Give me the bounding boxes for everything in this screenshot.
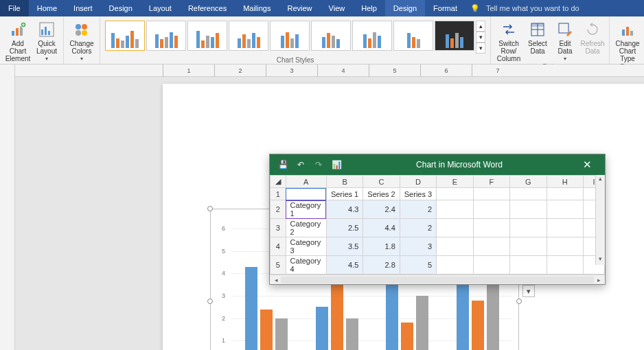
group-type: Change Chart Type Type — [610, 16, 644, 64]
chart-bar[interactable] — [416, 296, 428, 350]
close-button[interactable]: ✕ — [573, 159, 601, 171]
resize-handle[interactable] — [516, 299, 522, 304]
chevron-right-icon[interactable]: ▸ — [594, 277, 603, 283]
group-chart-layouts: Add Chart Element ▾ Quick Layout ▾ Chart… — [0, 16, 64, 64]
chart-style-thumb[interactable] — [435, 21, 474, 51]
refresh-data-button[interactable]: Refresh Data — [579, 19, 606, 62]
edit-data-icon — [555, 20, 575, 39]
menu-chart-design[interactable]: Design — [385, 0, 425, 16]
col-header[interactable]: E — [437, 176, 473, 188]
add-chart-element-label: Add Chart Element — [3, 40, 33, 62]
chart-icon[interactable]: 📊 — [327, 160, 345, 170]
excel-sheet[interactable]: ◢ A B C D E F G H I 1 — [270, 175, 605, 275]
quick-layout-button[interactable]: Quick Layout ▾ — [33, 19, 60, 69]
menu-references[interactable]: References — [180, 0, 235, 16]
menu-view[interactable]: View — [321, 0, 354, 16]
menu-layout[interactable]: Layout — [141, 0, 180, 16]
resize-handle[interactable] — [207, 299, 213, 304]
change-chart-type-icon — [617, 20, 638, 39]
excel-hscrollbar[interactable]: ◂ ▸ — [270, 275, 605, 284]
chart-bar[interactable] — [346, 318, 358, 350]
chart-style-thumb[interactable] — [270, 21, 310, 51]
group-data: Switch Row/ Column Select Data Edit Data… — [491, 16, 610, 64]
menu-mailings[interactable]: Mailings — [235, 0, 279, 16]
chart-bar[interactable] — [401, 323, 413, 350]
select-data-icon — [527, 20, 548, 39]
add-chart-element-icon — [8, 20, 28, 39]
chart-style-thumb[interactable] — [187, 21, 227, 51]
add-chart-element-button[interactable]: Add Chart Element ▾ — [3, 19, 33, 69]
funnel-icon: ▾ — [527, 287, 531, 296]
chart-style-thumb[interactable] — [352, 21, 392, 51]
chart-bar[interactable] — [275, 318, 288, 350]
cell[interactable]: 2.4 — [363, 200, 400, 219]
select-all-cell[interactable]: ◢ — [271, 176, 286, 188]
cell[interactable]: Series 3 — [400, 188, 436, 200]
excel-window-title: Chart in Microsoft Word — [345, 160, 573, 170]
col-header[interactable]: G — [510, 176, 547, 188]
chart-style-thumb[interactable] — [229, 21, 268, 51]
excel-vscrollbar[interactable]: ▴▾ — [595, 175, 605, 265]
col-header[interactable]: D — [400, 176, 436, 188]
cell[interactable]: 2 — [400, 200, 436, 219]
cell[interactable]: 4.3 — [326, 200, 363, 219]
menu-help[interactable]: Help — [353, 0, 385, 16]
svg-rect-21 — [630, 31, 633, 36]
menubar: File Home Insert Design Layout Reference… — [0, 0, 644, 16]
chevron-down-icon: ▾ — [599, 255, 602, 265]
menu-home[interactable]: Home — [29, 0, 65, 16]
chart-filter-button[interactable]: ▾ — [522, 285, 535, 297]
chevron-down-icon: ▾ — [476, 32, 485, 43]
chevron-left-icon[interactable]: ◂ — [271, 277, 281, 283]
undo-icon[interactable]: ↶ — [292, 160, 310, 170]
chevron-up-icon: ▴ — [599, 175, 602, 185]
excel-titlebar[interactable]: 💾 ↶ ↷ 📊 Chart in Microsoft Word ✕ — [270, 154, 605, 175]
select-data-button[interactable]: Select Data — [524, 19, 551, 62]
chart-bar[interactable] — [316, 307, 328, 350]
menu-design[interactable]: Design — [101, 0, 141, 16]
change-chart-type-button[interactable]: Change Chart Type — [612, 19, 643, 62]
svg-rect-8 — [45, 27, 47, 35]
svg-point-13 — [82, 30, 87, 36]
svg-point-10 — [76, 24, 81, 30]
change-colors-button[interactable]: Change Colors ▾ — [67, 19, 97, 62]
menu-insert[interactable]: Insert — [65, 0, 101, 16]
chevron-down-icon: ▾ — [80, 56, 83, 62]
col-header[interactable]: C — [363, 176, 400, 188]
col-header[interactable]: A — [286, 176, 326, 188]
group-chart-styles: ▴▾▾ Chart Styles — [100, 16, 491, 64]
svg-rect-18 — [559, 23, 568, 33]
chart-data-window[interactable]: 💾 ↶ ↷ 📊 Chart in Microsoft Word ✕ ◢ A B … — [269, 154, 606, 285]
menu-chart-format[interactable]: Format — [425, 0, 465, 16]
gallery-nav[interactable]: ▴▾▾ — [476, 21, 485, 54]
cell[interactable] — [286, 188, 326, 200]
menu-review[interactable]: Review — [279, 0, 321, 16]
cell[interactable]: Category 1 — [286, 200, 326, 219]
col-header[interactable]: H — [547, 176, 583, 188]
lightbulb-icon: 💡 — [470, 4, 481, 13]
chart-style-thumb[interactable] — [146, 21, 186, 51]
cell[interactable]: Series 1 — [326, 188, 363, 200]
chart-bar[interactable] — [386, 285, 398, 350]
chart-style-thumb[interactable] — [311, 21, 351, 51]
chart-bar[interactable] — [260, 310, 273, 350]
chevron-down-icon: ▾ — [45, 56, 48, 62]
vertical-ruler — [0, 65, 15, 350]
menu-file[interactable]: File — [0, 0, 29, 16]
chart-style-thumb[interactable] — [393, 21, 433, 51]
chart-style-thumb[interactable] — [105, 21, 145, 51]
cell[interactable]: Series 2 — [363, 188, 400, 200]
switch-row-column-button[interactable]: Switch Row/ Column — [494, 19, 524, 62]
change-colors-icon — [71, 20, 92, 39]
chart-bar[interactable] — [245, 267, 257, 350]
col-header[interactable]: F — [473, 176, 509, 188]
resize-handle[interactable] — [207, 206, 213, 211]
chart-bar[interactable] — [472, 301, 484, 350]
svg-rect-9 — [48, 31, 50, 35]
document-area: 1 2 3 4 5 6 7 ▾ 0123456 — [0, 65, 644, 350]
save-icon[interactable]: 💾 — [274, 160, 292, 170]
col-header[interactable]: B — [326, 176, 363, 188]
tell-me-search[interactable]: Tell me what you want to do — [481, 4, 585, 12]
edit-data-button[interactable]: Edit Data ▾ — [551, 19, 579, 62]
redo-icon[interactable]: ↷ — [310, 160, 327, 170]
